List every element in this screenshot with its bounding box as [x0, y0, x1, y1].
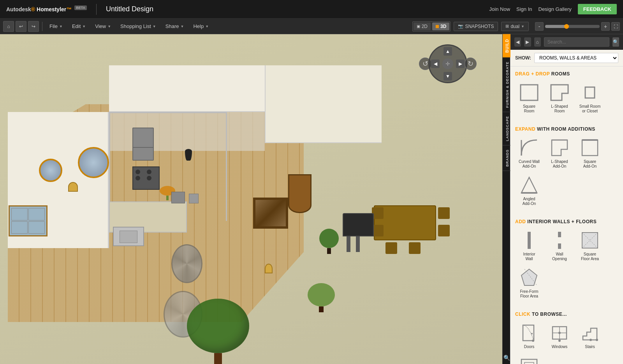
- interior-wall-item[interactable]: InteriorWall: [515, 228, 543, 263]
- snapshots-button[interactable]: 📷 SNAPSHOTS: [454, 22, 498, 31]
- angled-addon-label: AngledAdd-On: [523, 197, 536, 206]
- home-icon-button[interactable]: ⌂: [3, 21, 14, 32]
- view-menu[interactable]: View▼: [91, 22, 115, 31]
- navigation-control[interactable]: ↺ ▲ ▼ ◀ ▶ ✛ ↻: [424, 40, 471, 87]
- plant-small: [308, 283, 335, 310]
- canvas-area[interactable]: ↺ ▲ ▼ ◀ ▶ ✛ ↻: [0, 34, 502, 364]
- wall-opening-item[interactable]: WallOpening: [546, 228, 574, 263]
- sign-in-link[interactable]: Sign In: [516, 6, 532, 12]
- fireplaces-browse-item[interactable]: Fireplaces: [515, 354, 543, 364]
- rotate-right-button[interactable]: ↻: [464, 58, 477, 70]
- doors-browse-item[interactable]: Doors: [515, 321, 543, 351]
- spiral-staircase: [171, 244, 202, 283]
- browse-normal: TO BROWSE...: [532, 312, 567, 317]
- panel-forward-button[interactable]: ▶: [524, 37, 531, 47]
- landscape-tab[interactable]: LANDSCAPE: [503, 112, 510, 145]
- square-floor-item[interactable]: SquareFloor Area: [576, 228, 604, 263]
- square-floor-icon: [579, 230, 601, 250]
- expand-title: EXPAND WITH ROOM ADDITIONS: [515, 126, 618, 132]
- svg-rect-4: [582, 140, 598, 156]
- edit-menu[interactable]: Edit▼: [68, 22, 90, 31]
- share-menu[interactable]: Share▼: [162, 22, 188, 31]
- logo-area: Autodesk® Homestyler™ BETA Untitled Desi…: [6, 4, 153, 15]
- square-addon-item[interactable]: SquareAdd-On: [576, 136, 604, 171]
- doors-icon: [518, 323, 540, 343]
- browse-grid: Doors Windows: [515, 321, 618, 364]
- zoom-in-button[interactable]: +: [601, 22, 610, 31]
- view-3d-button[interactable]: ▦ 3D: [432, 23, 449, 30]
- stairs-browse-item[interactable]: Stairs: [576, 321, 604, 351]
- round-mirror-2: [78, 147, 109, 178]
- nav-center: ✛: [442, 58, 453, 69]
- panel-search-icon[interactable]: 🔍: [503, 352, 510, 364]
- nav-down-button[interactable]: ▼: [443, 72, 452, 80]
- menubar-right: ▣ 2D ▦ 3D 📷 SNAPSHOTS ⊞ dual ▼ - +: [412, 21, 620, 32]
- design-gallery-link[interactable]: Design Gallery: [539, 6, 572, 12]
- small-room-icon: [579, 82, 601, 103]
- curved-wall-addon-item[interactable]: Curved WallAdd-On: [515, 136, 543, 171]
- feedback-button[interactable]: FEEDBACK: [578, 4, 617, 14]
- build-tab[interactable]: BUILD: [503, 34, 510, 58]
- svg-point-23: [596, 339, 598, 341]
- redo-button[interactable]: ↪: [28, 21, 39, 32]
- window-left: [9, 205, 48, 236]
- chair-5: [385, 242, 397, 254]
- small-room-item[interactable]: Small Roomor Closet: [576, 80, 604, 116]
- curved-wall-icon: [518, 138, 540, 158]
- fullscreen-button[interactable]: ⛶: [611, 22, 620, 31]
- nav-right-button[interactable]: ▶: [456, 60, 465, 68]
- panel-back-button[interactable]: ◀: [514, 37, 521, 47]
- panel-search-button[interactable]: 🔍: [612, 37, 619, 47]
- show-selector: SHOW: ROOMS, WALLS & AREAS FURNITURE BOT…: [510, 50, 623, 66]
- angled-addon-item[interactable]: AngledAdd-On: [515, 173, 543, 208]
- svg-rect-24: [521, 359, 537, 364]
- chair-6: [409, 242, 421, 254]
- round-mirror-1: [39, 159, 62, 182]
- square-room-item[interactable]: SquareRoom: [515, 80, 543, 116]
- file-menu[interactable]: File▼: [46, 22, 67, 31]
- square-addon-icon: [579, 138, 601, 158]
- shopping-list-menu[interactable]: Shopping List▼: [116, 22, 160, 31]
- brands-tab[interactable]: BRANDS: [503, 145, 510, 171]
- square-room-label: SquareRoom: [523, 104, 535, 114]
- join-now-link[interactable]: Join Now: [489, 6, 510, 12]
- windows-label: Windows: [552, 345, 568, 349]
- drag-drop-rooms-grid: SquareRoom L-ShapedRoom: [515, 80, 618, 116]
- zoom-slider[interactable]: [545, 25, 600, 28]
- svg-rect-9: [558, 243, 561, 249]
- side-tab-spacer: [503, 171, 510, 352]
- zoom-out-button[interactable]: -: [535, 22, 544, 31]
- show-label: SHOW:: [515, 55, 531, 61]
- l-shaped-room-item[interactable]: L-ShapedRoom: [546, 80, 574, 116]
- divider-wall-2: [226, 112, 227, 221]
- l-shaped-room-label: L-ShapedRoom: [551, 104, 568, 114]
- zoom-fill: [545, 25, 567, 28]
- svg-rect-25: [524, 362, 534, 364]
- panel-home-button[interactable]: ⌂: [534, 37, 541, 47]
- l-shaped-addon-label: L-ShapedAdd-On: [551, 159, 568, 169]
- help-menu[interactable]: Help▼: [189, 22, 213, 31]
- expand-highlight: EXPAND: [515, 126, 535, 132]
- beta-badge: BETA: [74, 5, 87, 10]
- windows-browse-item[interactable]: Windows: [546, 321, 574, 351]
- dual-button[interactable]: ⊞ dual ▼: [501, 22, 529, 31]
- svg-point-20: [558, 332, 561, 334]
- show-dropdown[interactable]: ROOMS, WALLS & AREAS FURNITURE BOTH: [534, 53, 618, 63]
- furnish-decorate-tab[interactable]: FURNISH & DECORATE: [503, 58, 510, 112]
- panel-search-input[interactable]: [544, 37, 609, 47]
- undo-button[interactable]: ↩: [16, 21, 26, 32]
- stairs-icon: [579, 323, 601, 343]
- l-shaped-addon-item[interactable]: L-ShapedAdd-On: [546, 136, 574, 171]
- topbar: Autodesk® Homestyler™ BETA Untitled Desi…: [0, 0, 623, 19]
- view-2d-button[interactable]: ▣ 2D: [414, 23, 431, 30]
- square-room-icon: [518, 82, 540, 103]
- interior-title: ADD INTERIOR WALLS + FLOORS: [515, 219, 618, 224]
- bbq-grill: [343, 213, 374, 252]
- panel-top-navigation: ◀ ▶ ⌂ 🔍: [510, 34, 623, 50]
- wall-lamp: [68, 182, 78, 192]
- nav-left-button[interactable]: ◀: [431, 60, 440, 68]
- fireplaces-icon: [518, 355, 540, 364]
- toaster: [189, 194, 199, 203]
- nav-up-button[interactable]: ▲: [443, 47, 452, 56]
- freeform-floor-item[interactable]: Free-FormFloor Area: [515, 266, 543, 301]
